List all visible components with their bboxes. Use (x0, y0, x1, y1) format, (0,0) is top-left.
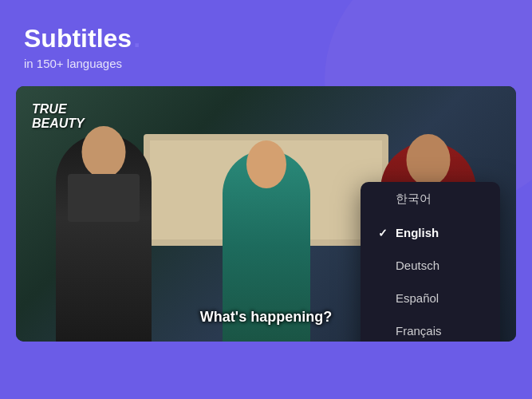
language-item-francais[interactable]: Français (361, 314, 500, 342)
language-item-english[interactable]: ✓ English (361, 216, 500, 249)
language-label-english: English (396, 226, 439, 239)
language-item-korean[interactable]: 한국어 (361, 182, 500, 216)
check-icon: ✓ (376, 227, 389, 239)
language-label-korean: 한국어 (396, 192, 432, 207)
language-label-deutsch: Deutsch (396, 259, 439, 272)
title-dot: . (133, 24, 140, 53)
page-subtitle: in 150+ languages (24, 57, 508, 70)
language-dropdown[interactable]: 한국어 ✓ English Deutsch Español Français P… (361, 182, 500, 342)
title-text: Subtitles (24, 24, 132, 53)
video-player: TRUE BEAUTY What's happening? 한국어 ✓ Engl… (16, 86, 516, 342)
show-title: TRUE BEAUTY (32, 102, 85, 130)
character-left (56, 134, 152, 342)
page-header: Subtitles. in 150+ languages (0, 0, 532, 86)
video-caption: What's happening? (200, 309, 332, 326)
language-item-espanol[interactable]: Español (361, 282, 500, 314)
language-item-deutsch[interactable]: Deutsch (361, 249, 500, 282)
language-label-francais: Français (396, 324, 442, 338)
page-title: Subtitles. (24, 24, 508, 53)
language-label-espanol: Español (396, 291, 439, 305)
